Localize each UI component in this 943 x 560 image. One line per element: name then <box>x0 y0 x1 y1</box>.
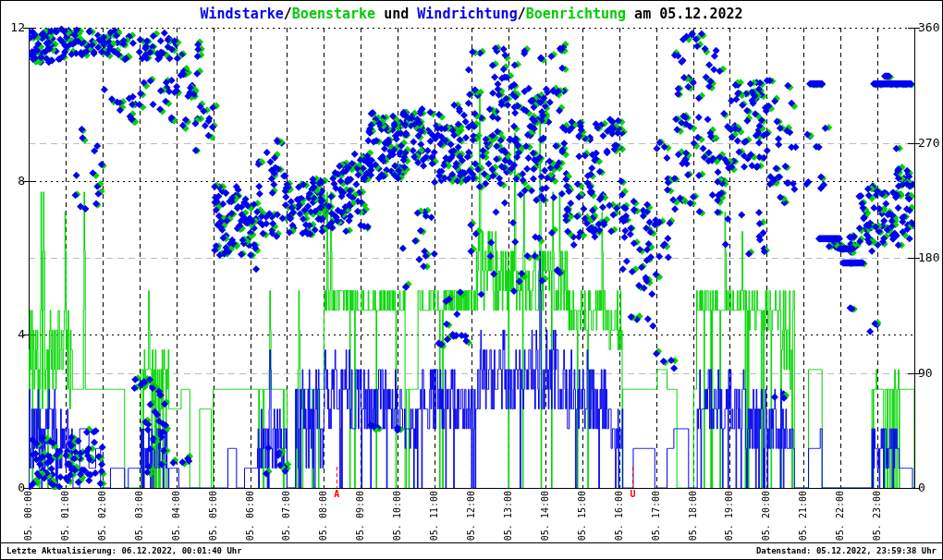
x-tick-4: 05. 04:00 <box>171 491 182 542</box>
x-tick-11: 05. 11:00 <box>429 491 440 542</box>
x-tick-3: 05. 03:00 <box>134 491 145 542</box>
x-tick-18: 05. 18:00 <box>688 491 699 542</box>
x-tick-13: 05. 13:00 <box>503 491 514 542</box>
x-tick-14: 05. 14:00 <box>540 491 551 542</box>
footer-divider <box>1 542 942 543</box>
x-tick-15: 05. 15:00 <box>577 491 588 542</box>
title-part-5: / <box>518 6 526 22</box>
x-tick-19: 05. 19:00 <box>724 491 735 542</box>
x-tick-21: 05. 21:00 <box>798 491 809 542</box>
x-tick-5: 05. 05:00 <box>208 491 219 542</box>
x-tick-10: 05. 10:00 <box>392 491 403 542</box>
sun-marker-letter-U: U <box>628 489 637 499</box>
x-tick-8: 05. 08:00 <box>318 491 329 542</box>
title-part-2: Boenstarke <box>292 6 375 22</box>
chart-title: Windstarke/Boenstarke und Windrichtung/B… <box>1 6 942 22</box>
x-tick-6: 05. 06:00 <box>245 491 256 542</box>
x-tick-16: 05. 16:00 <box>614 491 625 542</box>
title-part-7: am 05.12.2022 <box>626 6 742 22</box>
x-tick-1: 05. 01:00 <box>60 491 71 542</box>
y-right-tick-360: 360 <box>918 20 943 35</box>
last-update-text: Letzte Aktualisierung: 06.12.2022, 00:01… <box>6 546 242 555</box>
sun-marker-letter-A: A <box>332 489 341 499</box>
y-right-tick-0: 0 <box>918 481 943 495</box>
title-part-3: und <box>375 6 417 22</box>
y-right-tick-180: 180 <box>918 250 943 265</box>
data-state-text: Datenstand: 05.12.2022, 23:59:38 Uhr <box>756 546 937 555</box>
y-left-tick-12: 12 <box>1 20 25 35</box>
y-right-tick-270: 270 <box>918 136 943 151</box>
x-tick-23: 05. 23:00 <box>872 491 883 542</box>
x-tick-20: 05. 20:00 <box>761 491 772 542</box>
title-part-1: / <box>284 6 292 22</box>
x-tick-7: 05. 07:00 <box>281 491 292 542</box>
x-tick-0: 05. 00:00 <box>23 491 34 542</box>
y-left-tick-4: 4 <box>1 327 25 342</box>
x-tick-22: 05. 22:00 <box>835 491 846 542</box>
title-part-0: Windstarke <box>200 6 283 22</box>
x-tick-17: 05. 17:00 <box>651 491 662 542</box>
x-tick-12: 05. 12:00 <box>466 491 477 542</box>
x-tick-2: 05. 02:00 <box>97 491 108 542</box>
weather-chart-page: Windstarke/Boenstarke und Windrichtung/B… <box>0 0 943 560</box>
x-tick-9: 05. 09:00 <box>355 491 366 542</box>
y-right-tick-90: 90 <box>918 366 943 381</box>
y-left-tick-0: 0 <box>1 481 25 495</box>
y-left-tick-8: 8 <box>1 174 25 189</box>
title-part-6: Boenrichtung <box>526 6 626 22</box>
title-part-4: Windrichtung <box>417 6 517 22</box>
wind-chart-canvas <box>1 1 943 560</box>
